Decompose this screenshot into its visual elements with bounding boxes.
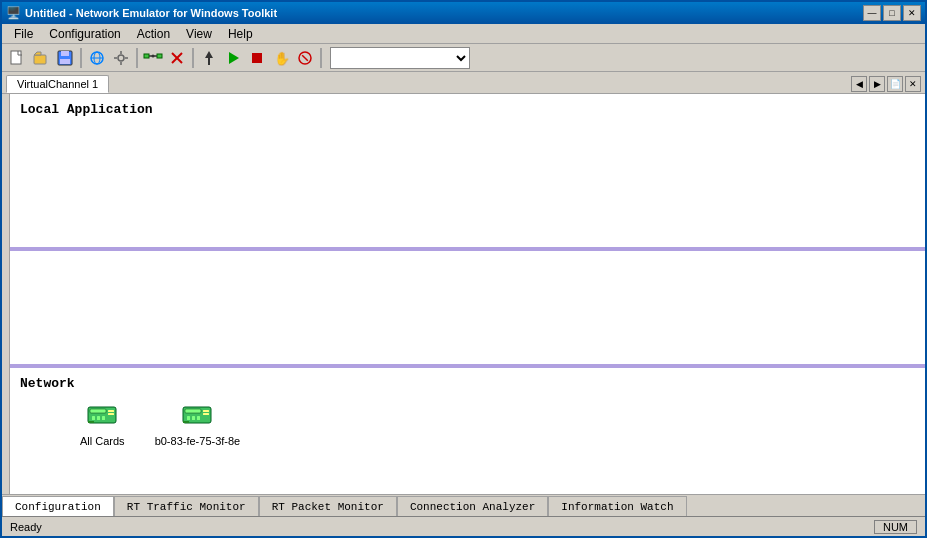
vc-tab-1[interactable]: VirtualChannel 1 <box>6 75 109 93</box>
new-button[interactable] <box>6 47 28 69</box>
svg-rect-30 <box>97 416 100 420</box>
svg-rect-28 <box>108 413 114 415</box>
tab-prev-button[interactable]: ◀ <box>851 76 867 92</box>
minimize-button[interactable]: — <box>863 5 881 21</box>
nic-card-label: b0-83-fe-75-3f-8e <box>155 435 241 447</box>
network-icons: All Cards <box>20 399 915 447</box>
app-icon: 🖥️ <box>6 6 21 20</box>
all-cards-icon <box>86 399 118 431</box>
tab-close-button[interactable]: ✕ <box>905 76 921 92</box>
title-bar-left: 🖥️ Untitled - Network Emulator for Windo… <box>6 6 277 20</box>
toolbar: ✋ <box>2 44 925 72</box>
content-wrapper: Local Application Network <box>2 94 925 494</box>
network-section: Network <box>10 368 925 494</box>
dropdown-toolbar[interactable] <box>330 47 470 69</box>
nic-card-icon <box>181 399 213 431</box>
title-text: Untitled - Network Emulator for Windows … <box>25 7 277 19</box>
title-bar: 🖥️ Untitled - Network Emulator for Windo… <box>2 2 925 24</box>
separator-3 <box>192 48 194 68</box>
tab-rt-traffic[interactable]: RT Traffic Monitor <box>114 496 259 516</box>
tab-next-button[interactable]: ▶ <box>869 76 885 92</box>
tab-connection[interactable]: Connection Analyzer <box>397 496 548 516</box>
svg-rect-21 <box>252 53 262 63</box>
svg-rect-40 <box>183 421 189 423</box>
network-btn[interactable] <box>142 47 164 69</box>
svg-line-24 <box>302 55 308 61</box>
save-button[interactable] <box>54 47 76 69</box>
cancel-button[interactable] <box>294 47 316 69</box>
svg-rect-32 <box>88 421 94 423</box>
svg-marker-20 <box>229 52 239 64</box>
tab-nav-controls: ◀ ▶ 📄 ✕ <box>851 76 921 92</box>
globe-button[interactable] <box>86 47 108 69</box>
status-bar: Ready NUM <box>2 516 925 536</box>
network-label: Network <box>20 376 915 391</box>
menu-configuration[interactable]: Configuration <box>41 25 128 43</box>
menu-file[interactable]: File <box>6 25 41 43</box>
tab-configuration[interactable]: Configuration <box>2 496 114 516</box>
vc-tab-bar: VirtualChannel 1 ◀ ▶ 📄 ✕ <box>2 72 925 94</box>
svg-marker-19 <box>205 51 213 65</box>
tab-new-button[interactable]: 📄 <box>887 76 903 92</box>
svg-rect-29 <box>92 416 95 420</box>
menu-help[interactable]: Help <box>220 25 261 43</box>
all-cards-icon-item[interactable]: All Cards <box>80 399 125 447</box>
menu-view[interactable]: View <box>178 25 220 43</box>
separator-4 <box>320 48 322 68</box>
svg-rect-4 <box>60 59 70 64</box>
inner-area: Local Application Network <box>2 94 925 536</box>
svg-text:✋: ✋ <box>274 50 289 66</box>
title-controls: — □ ✕ <box>863 5 921 21</box>
separator-1 <box>80 48 82 68</box>
maximize-button[interactable]: □ <box>883 5 901 21</box>
svg-rect-35 <box>203 410 209 412</box>
local-app-label: Local Application <box>20 102 915 117</box>
svg-point-16 <box>152 54 155 57</box>
open-button[interactable] <box>30 47 52 69</box>
delete-button[interactable] <box>166 47 188 69</box>
svg-rect-14 <box>157 54 162 58</box>
all-cards-label: All Cards <box>80 435 125 447</box>
local-app-section: Local Application <box>10 94 925 249</box>
left-bar <box>2 94 10 494</box>
svg-rect-0 <box>11 51 21 64</box>
svg-point-8 <box>118 55 124 61</box>
status-text: Ready <box>10 521 42 533</box>
bottom-tabs: Configuration RT Traffic Monitor RT Pack… <box>2 494 925 516</box>
menu-action[interactable]: Action <box>129 25 178 43</box>
hand-button[interactable]: ✋ <box>270 47 292 69</box>
num-lock-indicator: NUM <box>874 520 917 534</box>
svg-rect-31 <box>102 416 105 420</box>
svg-rect-37 <box>187 416 190 420</box>
stop-button[interactable] <box>246 47 268 69</box>
settings-button[interactable] <box>110 47 132 69</box>
dropdown-select[interactable] <box>331 48 469 68</box>
svg-rect-36 <box>203 413 209 415</box>
app-window: 🖥️ Untitled - Network Emulator for Windo… <box>0 0 927 538</box>
svg-rect-27 <box>108 410 114 412</box>
main-panel: Local Application Network <box>10 94 925 494</box>
svg-rect-1 <box>34 55 46 64</box>
middle-section <box>10 251 925 366</box>
svg-rect-39 <box>197 416 200 420</box>
svg-rect-13 <box>144 54 149 58</box>
play-button[interactable] <box>222 47 244 69</box>
svg-rect-38 <box>192 416 195 420</box>
svg-rect-26 <box>90 409 106 413</box>
separator-2 <box>136 48 138 68</box>
close-button[interactable]: ✕ <box>903 5 921 21</box>
arrow-btn[interactable] <box>198 47 220 69</box>
tab-rt-packet[interactable]: RT Packet Monitor <box>259 496 397 516</box>
menu-bar: File Configuration Action View Help <box>2 24 925 44</box>
nic-card-icon-item[interactable]: b0-83-fe-75-3f-8e <box>155 399 241 447</box>
svg-rect-3 <box>61 51 69 56</box>
tab-info-watch[interactable]: Information Watch <box>548 496 686 516</box>
svg-rect-34 <box>185 409 201 413</box>
